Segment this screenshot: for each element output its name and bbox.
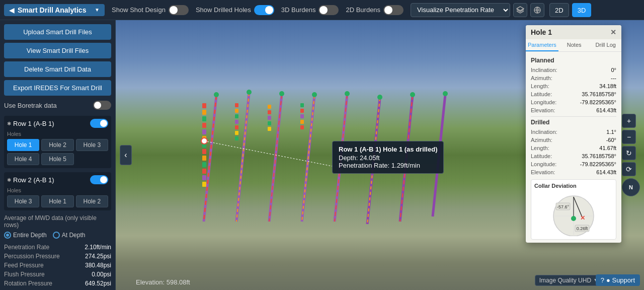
svg-point-3: [214, 92, 219, 97]
collapse-sidebar-btn[interactable]: ‹: [120, 145, 132, 165]
collar-dev-title: Collar Deviation: [534, 183, 613, 189]
close-panel-btn[interactable]: ✕: [610, 29, 616, 36]
svg-rect-41: [235, 125, 238, 129]
collar-deviation: Collar Deviation: [531, 179, 616, 240]
collar-dev-svg: ✕ -57.6° 0.26ft: [546, 191, 601, 236]
svg-point-12: [312, 92, 317, 97]
svg-rect-29: [202, 136, 206, 141]
export-iredes-btn[interactable]: Export IREDES For Smart Drill: [4, 80, 111, 96]
hole-btn-2-3[interactable]: Hole 3: [7, 195, 39, 207]
burdens-3d-label: 3D Burdens: [281, 6, 316, 14]
row2-holes-label: Holes: [7, 187, 108, 193]
globe-icon-btn[interactable]: [530, 3, 544, 17]
svg-line-1: [204, 96, 216, 222]
view-2d-btn[interactable]: 2D: [549, 3, 569, 17]
svg-rect-40: [235, 120, 238, 124]
row2-toggle[interactable]: [90, 175, 108, 184]
hole-btn-1-5[interactable]: Hole 5: [41, 153, 73, 165]
hole-btn-1-2[interactable]: Hole 2: [41, 139, 73, 151]
radio-entire-depth[interactable]: Entire Depth: [4, 232, 47, 239]
planned-latitude: Latitude: 35.76185758°: [531, 90, 616, 98]
top-bar: ◀ Smart Drill Analytics ▼ Show Shot Desi…: [0, 0, 644, 20]
view-3d-btn[interactable]: 3D: [572, 3, 592, 17]
sidebar: Upload Smart Drill Files View Smart Dril…: [0, 20, 116, 290]
hole-btn-1-3[interactable]: Hole 3: [76, 139, 108, 151]
svg-point-21: [410, 92, 415, 97]
svg-rect-42: [235, 131, 238, 135]
support-icon: ?: [601, 276, 604, 284]
svg-rect-31: [202, 149, 206, 154]
tooltip-title: Row 1 (A-B 1) Hole 1 (as drilled): [339, 146, 437, 153]
svg-rect-45: [268, 110, 271, 114]
image-quality-select[interactable]: Image Quality UHD ▼: [535, 275, 604, 286]
svg-rect-26: [202, 116, 206, 121]
svg-rect-38: [235, 109, 238, 113]
hole-btn-1-4[interactable]: Hole 4: [7, 153, 39, 165]
svg-text:0.26ft: 0.26ft: [577, 226, 588, 231]
layers-icon-btn[interactable]: [513, 3, 527, 17]
radio-at-depth-dot: [53, 232, 60, 239]
show-shot-design-toggle[interactable]: [169, 5, 189, 15]
dropdown-icon[interactable]: ▼: [95, 7, 100, 13]
burdens-2d-label: 2D Burdens: [346, 6, 380, 14]
zoom-in-btn[interactable]: +: [622, 114, 636, 128]
use-boretrak-toggle[interactable]: [93, 101, 111, 110]
svg-rect-51: [300, 114, 304, 118]
show-shot-design-group: Show Shot Design: [112, 5, 189, 15]
view-smart-drill-btn[interactable]: View Smart Drill Files: [4, 43, 111, 58]
drilled-title: Drilled: [531, 119, 616, 126]
drilled-length: Length: 41.67ft: [531, 144, 616, 152]
stat-flush-pressure: Flush Pressure 0.00psi: [4, 270, 111, 279]
row2-header: ✱ Row 2 (A-B 1): [7, 175, 108, 184]
boretrak-knob: [94, 102, 101, 109]
zoom-out-btn[interactable]: −: [622, 130, 636, 144]
row1-holes-grid: Hole 1 Hole 2 Hole 3 Hole 4 Hole 5: [7, 139, 108, 165]
drilled-azimuth: Azimuth: -60°: [531, 136, 616, 144]
hole-btn-2-2[interactable]: Hole 2: [76, 195, 108, 207]
svg-rect-30: [202, 142, 206, 148]
svg-rect-35: [202, 175, 206, 180]
svg-line-2: [204, 96, 216, 222]
radio-entire-depth-dot: [4, 232, 11, 239]
svg-line-13: [335, 95, 347, 222]
upload-smart-drill-btn[interactable]: Upload Smart Drill Files: [4, 24, 111, 40]
drilled-longitude: Longitude: -79.82295365°: [531, 160, 616, 168]
burdens-3d-toggle[interactable]: [318, 5, 339, 15]
radio-at-depth[interactable]: At Depth: [53, 232, 86, 239]
tab-parameters[interactable]: Parameters: [526, 39, 558, 51]
rotate-btn[interactable]: ⟳: [622, 162, 636, 176]
svg-point-54: [201, 138, 207, 144]
refresh-btn[interactable]: ↻: [622, 146, 636, 160]
burdens-3d-group: 3D Burdens: [281, 5, 339, 15]
back-icon[interactable]: ◀: [9, 6, 15, 14]
hole-btn-2-1[interactable]: Hole 1: [41, 195, 73, 207]
svg-point-23: [443, 91, 448, 96]
viewport-canvas[interactable]: ‹: [116, 20, 644, 290]
svg-rect-39: [235, 114, 238, 118]
svg-rect-32: [202, 156, 206, 161]
svg-rect-47: [268, 121, 271, 125]
svg-point-9: [279, 91, 284, 96]
asterisk-icon: ✱: [7, 121, 11, 126]
svg-line-11: [302, 96, 314, 222]
svg-rect-52: [300, 120, 304, 124]
tab-notes[interactable]: Notes: [558, 39, 590, 51]
compass[interactable]: N: [622, 178, 640, 196]
svg-rect-33: [202, 162, 206, 167]
svg-line-20: [400, 96, 413, 222]
show-drilled-holes-toggle[interactable]: [254, 5, 274, 15]
tab-drill-log[interactable]: Drill Log: [590, 39, 621, 51]
elevation-status: Elevation: 598.08ft: [136, 278, 190, 286]
vis-select[interactable]: Visualize Penetration Rate Visualize Fee…: [411, 3, 510, 17]
hole-btn-1-1[interactable]: Hole 1: [7, 139, 39, 151]
tooltip-depth: Depth: 24.05ft: [339, 154, 437, 162]
support-btn[interactable]: ? ● Support: [596, 274, 640, 286]
planned-elevation: Elevation: 614.43ft: [531, 106, 616, 114]
svg-line-14: [335, 95, 347, 222]
svg-rect-49: [300, 103, 304, 107]
app-title-area[interactable]: ◀ Smart Drill Analytics ▼: [4, 4, 105, 16]
row1-toggle[interactable]: [90, 119, 108, 128]
drilled-inclination: Inclination: 1.1°: [531, 128, 616, 136]
delete-smart-drill-btn[interactable]: Delete Smart Drill Data: [4, 61, 111, 77]
burdens-2d-toggle[interactable]: [383, 5, 404, 15]
